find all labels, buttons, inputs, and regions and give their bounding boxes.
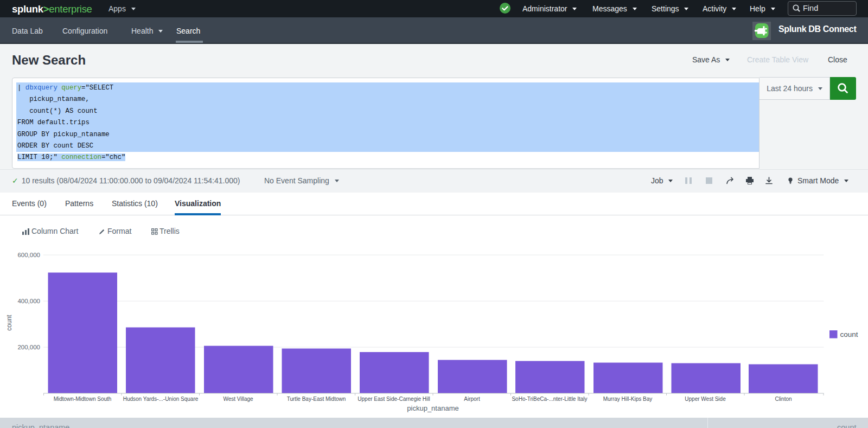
svg-text:SoHo-TriBeCa-...nter-Little It: SoHo-TriBeCa-...nter-Little Italy	[512, 396, 587, 402]
svg-text:400,000: 400,000	[17, 298, 40, 304]
svg-text:Upper West Side: Upper West Side	[685, 396, 726, 402]
svg-text:West Village: West Village	[223, 396, 253, 402]
svg-text:Hudson Yards-...-Union Square: Hudson Yards-...-Union Square	[123, 396, 199, 402]
svg-text:600,000: 600,000	[17, 252, 40, 258]
svg-text:pickup_ntaname: pickup_ntaname	[407, 404, 458, 412]
svg-text:Clinton: Clinton	[775, 396, 792, 402]
svg-text:Turtle Bay-East Midtown: Turtle Bay-East Midtown	[287, 396, 346, 402]
svg-text:Midtown-Midtown South: Midtown-Midtown South	[54, 396, 112, 402]
svg-text:count: count	[5, 315, 13, 331]
svg-text:Upper East Side-Carnegie Hill: Upper East Side-Carnegie Hill	[358, 396, 430, 402]
svg-text:Murray Hill-Kips Bay: Murray Hill-Kips Bay	[603, 396, 653, 402]
svg-text:count: count	[840, 330, 858, 338]
svg-text:Airport: Airport	[464, 396, 480, 402]
svg-text:200,000: 200,000	[17, 344, 40, 350]
